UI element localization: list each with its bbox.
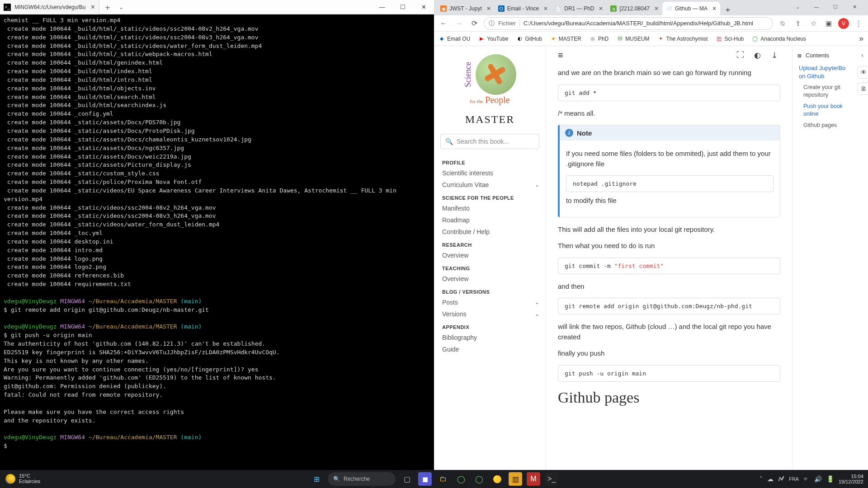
terminal-tab[interactable]: >_ MINGW64:/c/Users/vdegu/Bu ✕	[0, 0, 99, 14]
window-close[interactable]: ✕	[413, 0, 434, 14]
sidebar-item[interactable]: Roadmap	[436, 214, 544, 226]
site-info-icon[interactable]: ⓘ	[489, 19, 495, 28]
terminal-body[interactable]: chemist __ FULL 3 min version.mp4 create…	[0, 14, 434, 470]
tab-close[interactable]: ✕	[486, 5, 491, 12]
sidebar-section: APPENDIX	[436, 320, 544, 332]
browser-tab[interactable]: 📄 DR1 — PhD✕	[552, 2, 607, 15]
terminal-new-tab[interactable]: ＋	[99, 0, 116, 14]
taskbar-app-terminal[interactable]: >_	[545, 472, 558, 486]
sidebar-item[interactable]: Posts	[436, 296, 535, 308]
tab-close[interactable]: ✕	[599, 5, 603, 12]
bookmark[interactable]: ★MASTER	[550, 36, 581, 42]
url-bar[interactable]: ⓘ Fichier C:/Users/vdegu/Bureau/Accademi…	[484, 17, 773, 30]
nav-reload[interactable]: ⟳	[468, 18, 480, 29]
chevron-left-icon[interactable]: ‹	[861, 52, 863, 59]
browser-tab[interactable]: O Email - Vince✕	[495, 2, 552, 15]
toc-header[interactable]: ≣ Contents ‹	[793, 48, 868, 62]
toc-item[interactable]: Upload JupyterBoon Github	[793, 62, 868, 82]
code-block[interactable]: git push -u origin main	[558, 365, 780, 382]
book-title[interactable]: MASTER	[436, 113, 544, 126]
eye-icon[interactable]: 👁	[857, 66, 868, 79]
tab-close[interactable]: ✕	[712, 5, 717, 12]
browser-minimize[interactable]: —	[807, 2, 826, 12]
browser-tab[interactable]: a [2212.08047✕	[607, 2, 662, 15]
bookmark[interactable]: ▶YouTube	[478, 36, 508, 42]
toc-item[interactable]: Push your bookonline	[793, 101, 868, 120]
extensions-icon[interactable]: ▣	[823, 18, 835, 29]
bookmark[interactable]: ◆Email OU	[439, 36, 470, 42]
download-icon[interactable]: ⤓	[769, 49, 780, 61]
browser-dropdown-icon[interactable]: ⌄	[788, 2, 807, 12]
tray-battery-icon[interactable]: 🗲	[778, 475, 784, 483]
task-view-icon[interactable]: ▢	[400, 472, 414, 486]
sidebar-item[interactable]: Overview	[436, 273, 544, 285]
browser-tab-active[interactable]: 📄 Github — MA✕	[662, 2, 720, 15]
nav-forward[interactable]: →	[453, 18, 465, 29]
window-maximize[interactable]: ☐	[392, 0, 413, 14]
chevron-down-icon[interactable]: ⌄	[535, 309, 544, 319]
sidebar-item[interactable]: Curriculum Vitae	[436, 179, 535, 191]
sidebar-item[interactable]: Contribute / Help	[436, 226, 544, 238]
sidebar-item[interactable]: Versions	[436, 308, 535, 320]
share-icon[interactable]: ⇪	[792, 18, 804, 29]
toc-item[interactable]: Create your gitrepository	[793, 82, 868, 101]
toc-item[interactable]: Github pages	[793, 120, 868, 131]
bookmark[interactable]: ◎PhD	[590, 36, 609, 42]
nav-back[interactable]: ←	[438, 18, 449, 29]
bookmark[interactable]: ⚿Sci-Hub	[716, 36, 744, 42]
sidebar-item[interactable]: Bibliography	[436, 332, 544, 343]
browser-tab[interactable]: ◉ JWST - Jupyt✕	[437, 2, 495, 15]
taskbar-app[interactable]: ◼	[418, 472, 432, 486]
window-minimize[interactable]: —	[372, 0, 392, 14]
tray-wifi-icon[interactable]: ᯤ	[803, 475, 810, 483]
bookmark[interactable]: ✦The Astrochymist	[658, 36, 708, 42]
note-icon[interactable]: 🗎	[857, 82, 868, 95]
taskbar-clock[interactable]: 15:04 19/12/2022	[839, 474, 863, 484]
tray-volume-icon[interactable]: 🔊	[814, 475, 822, 483]
taskbar-app[interactable]: ▥	[509, 472, 522, 486]
bookmark[interactable]: ◐GitHub	[517, 36, 542, 42]
taskbar-app[interactable]: ◯	[472, 472, 486, 486]
bookmarks-overflow[interactable]: »	[859, 34, 863, 43]
sidebar-item[interactable]: Overview	[436, 249, 544, 261]
taskbar-search[interactable]: 🔍 Recherche	[328, 472, 396, 486]
book-logo[interactable]: Science for the People	[436, 52, 544, 111]
tab-close[interactable]: ✕	[543, 5, 548, 12]
terminal-tab-close[interactable]: ✕	[90, 4, 95, 10]
browser-maximize[interactable]: ☐	[826, 2, 844, 12]
tray-onedrive-icon[interactable]: ☁	[767, 475, 774, 483]
bookmark[interactable]: ◯Anaconda Nucleus	[752, 36, 806, 42]
taskbar-app[interactable]: ◯	[454, 472, 468, 486]
github-icon[interactable]: ◐	[751, 49, 763, 61]
bookmark-star-icon[interactable]: ☆	[807, 18, 819, 29]
sidebar-item[interactable]: Scientific interests	[436, 167, 544, 179]
clock-date: 19/12/2022	[839, 479, 863, 484]
chevron-down-icon[interactable]: ⌄	[535, 179, 544, 190]
tray-language-icon[interactable]: FRA	[789, 476, 799, 482]
code-block[interactable]: git remote add origin git@github.com:Deu…	[558, 298, 780, 314]
sidebar-item[interactable]: Manifesto	[436, 202, 544, 214]
translate-icon[interactable]: ⦰	[777, 18, 788, 29]
code-block[interactable]: git add *	[558, 84, 780, 101]
sidebar-item[interactable]: Guide	[436, 343, 544, 355]
taskbar-app[interactable]: M	[527, 472, 540, 486]
tray-power-icon[interactable]: 🔋	[826, 475, 834, 483]
fullscreen-icon[interactable]: ⛶	[734, 49, 746, 61]
book-search[interactable]: 🔍 Search this book...	[440, 134, 539, 149]
tab-close[interactable]: ✕	[654, 5, 659, 12]
browser-menu[interactable]: ⋮	[853, 18, 864, 29]
hamburger-icon[interactable]: ≡	[558, 50, 563, 61]
bookmark[interactable]: ⓂMUSEUM	[617, 36, 649, 42]
start-button[interactable]: ⊞	[310, 472, 323, 486]
taskbar-app-chrome[interactable]: 🟡	[491, 472, 504, 486]
taskbar-app-explorer[interactable]: 🗀	[436, 472, 450, 486]
terminal-tab-dropdown[interactable]: ⌄	[116, 0, 127, 14]
code-block[interactable]: git commit -m "first commit"	[558, 258, 780, 274]
profile-avatar[interactable]: V	[838, 18, 849, 29]
chevron-down-icon[interactable]: ⌄	[535, 297, 544, 308]
taskbar-weather[interactable]: 15°C Eclaircies	[0, 474, 46, 484]
browser-close[interactable]: ✕	[845, 2, 863, 12]
code-block[interactable]: notepad .gitignore	[566, 175, 774, 192]
tray-chevron-icon[interactable]: ˄	[760, 475, 763, 483]
browser-new-tab[interactable]: ＋	[722, 4, 734, 15]
